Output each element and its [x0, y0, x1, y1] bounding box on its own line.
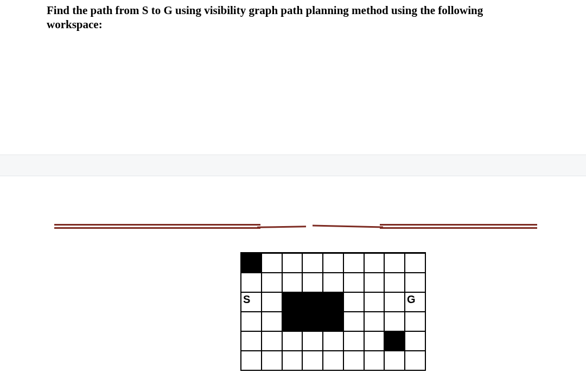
free-cell: [241, 351, 262, 370]
free-cell: [323, 253, 343, 273]
free-cell: [405, 273, 425, 292]
goal-cell: G: [405, 292, 425, 312]
free-cell: [323, 331, 343, 351]
free-cell: [262, 273, 282, 292]
workspace-grid: SG: [240, 252, 426, 371]
question-prompt: Find the path from S to G using visibili…: [47, 3, 537, 32]
free-cell: [405, 331, 425, 351]
free-cell: [364, 312, 385, 331]
free-cell: [364, 331, 385, 351]
free-cell: [384, 273, 405, 292]
free-cell: [282, 253, 303, 273]
free-cell: [241, 273, 262, 292]
free-cell: [343, 312, 364, 331]
free-cell: [282, 331, 303, 351]
workspace-grid-container: SG: [240, 252, 426, 371]
start-cell: S: [241, 292, 262, 312]
free-cell: [343, 273, 364, 292]
obstacle-cell: [323, 292, 343, 312]
horizontal-double-rule: [54, 224, 537, 229]
obstacle-cell: [282, 312, 303, 331]
free-cell: [323, 273, 343, 292]
free-cell: [262, 351, 282, 370]
obstacle-cell: [241, 253, 262, 273]
obstacle-cell: [323, 312, 343, 331]
free-cell: [302, 331, 323, 351]
free-cell: [343, 253, 364, 273]
obstacle-cell: [302, 292, 323, 312]
free-cell: [302, 253, 323, 273]
question-line-2: workspace:: [47, 18, 103, 31]
free-cell: [302, 351, 323, 370]
free-cell: [241, 312, 262, 331]
free-cell: [282, 351, 303, 370]
question-line-1: Find the path from S to G using visibili…: [47, 4, 483, 17]
obstacle-cell: [384, 331, 405, 351]
section-divider-band: [0, 155, 586, 176]
free-cell: [364, 292, 385, 312]
free-cell: [262, 312, 282, 331]
free-cell: [384, 312, 405, 331]
free-cell: [262, 331, 282, 351]
free-cell: [262, 253, 282, 273]
free-cell: [262, 292, 282, 312]
free-cell: [384, 253, 405, 273]
free-cell: [405, 253, 425, 273]
free-cell: [282, 273, 303, 292]
free-cell: [343, 351, 364, 370]
free-cell: [384, 292, 405, 312]
obstacle-cell: [282, 292, 303, 312]
free-cell: [405, 312, 425, 331]
free-cell: [364, 351, 385, 370]
free-cell: [343, 292, 364, 312]
obstacle-cell: [302, 312, 323, 331]
free-cell: [343, 331, 364, 351]
free-cell: [405, 351, 425, 370]
free-cell: [323, 351, 343, 370]
free-cell: [364, 273, 385, 292]
free-cell: [364, 253, 385, 273]
free-cell: [384, 351, 405, 370]
free-cell: [302, 273, 323, 292]
free-cell: [241, 331, 262, 351]
